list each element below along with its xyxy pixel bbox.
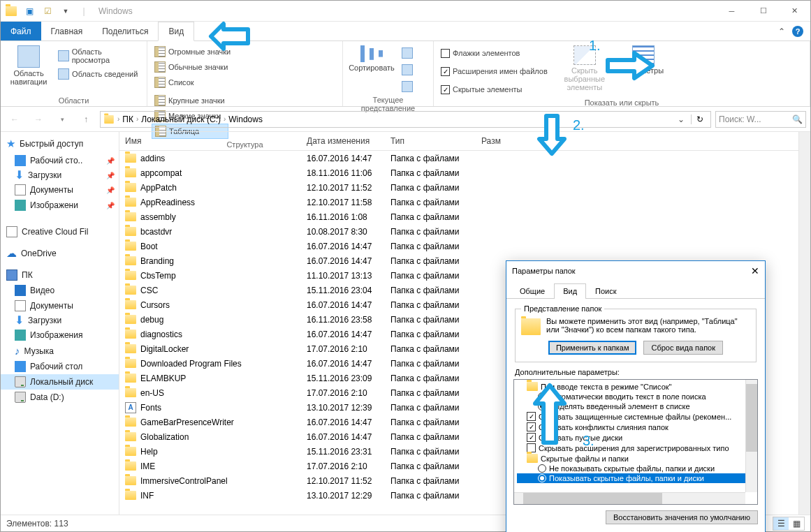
- sidebar-item-ddrive[interactable]: Data (D:): [1, 390, 119, 405]
- navigation-tree[interactable]: ★Быстрый доступ Рабочий сто..📌 ⬇Загрузки…: [1, 132, 119, 515]
- add-columns-button[interactable]: [399, 62, 416, 77]
- col-date[interactable]: Дата изменения: [301, 132, 385, 150]
- crumb[interactable]: Локальный диск (C:): [141, 114, 221, 124]
- sidebar-item-cdrive[interactable]: Локальный диск: [1, 374, 119, 390]
- navigation-pane-button[interactable]: Область навигации: [5, 44, 52, 87]
- file-row[interactable]: bcastdvr10.08.2017 8:30Папка с файлами: [119, 224, 798, 239]
- col-type[interactable]: Тип: [385, 132, 476, 150]
- maximize-button[interactable]: ☐: [747, 1, 779, 22]
- crumb[interactable]: ПК: [122, 114, 133, 124]
- address-dropdown-icon[interactable]: ⌄: [674, 114, 688, 124]
- sidebar-item-pc[interactable]: ПК: [1, 267, 119, 283]
- file-row[interactable]: AppReadiness12.10.2017 11:58Папка с файл…: [119, 195, 798, 209]
- sidebar-item-pictures2[interactable]: Изображения: [1, 327, 119, 343]
- sidebar-item-ccf[interactable]: Creative Cloud Fil: [1, 224, 119, 239]
- quick-access-header[interactable]: ★Быстрый доступ: [1, 135, 119, 153]
- recent-button[interactable]: ▾: [52, 110, 72, 129]
- tab-share[interactable]: Поделиться: [92, 22, 158, 40]
- app-icon[interactable]: [3, 3, 19, 19]
- extensions-toggle[interactable]: ✓Расширения имен файлов: [438, 64, 550, 79]
- advanced-settings-box[interactable]: При вводе текста в режиме "Список"Автома…: [513, 379, 758, 505]
- restore-defaults-button[interactable]: Восстановить значения по умолчанию: [606, 510, 758, 524]
- options-button[interactable]: Параметры: [619, 44, 668, 76]
- qat-dropdown-icon[interactable]: ▼: [58, 3, 73, 19]
- checkbox-icon[interactable]: ✓: [527, 412, 536, 421]
- sidebar-item-onedrive[interactable]: ☁OneDrive: [1, 245, 119, 262]
- apply-to-folders-button[interactable]: Применить к папкам: [548, 341, 637, 355]
- up-button[interactable]: ↑: [76, 110, 96, 129]
- qat-newfolder-icon[interactable]: ☑: [40, 3, 55, 19]
- refresh-button[interactable]: ↻: [691, 114, 708, 124]
- layout-list-button[interactable]: Список: [152, 75, 263, 90]
- thumbnails-view-icon[interactable]: ▦: [789, 517, 804, 530]
- hide-selected-button[interactable]: Скрыть выбранные элементы: [553, 44, 616, 93]
- sidebar-item-downloads[interactable]: ⬇Загрузки📌: [1, 168, 119, 182]
- forward-button[interactable]: →: [29, 110, 48, 129]
- dialog-titlebar[interactable]: Параметры папок ✕: [506, 261, 765, 281]
- file-row[interactable]: appcompat18.11.2016 11:06Папка с файлами: [119, 165, 798, 180]
- dialog-tab-general[interactable]: Общие: [511, 283, 554, 298]
- reset-folders-button[interactable]: Сброс вида папок: [643, 341, 723, 355]
- sidebar-item-pictures[interactable]: Изображени📌: [1, 198, 119, 213]
- back-button[interactable]: ←: [5, 110, 24, 129]
- adv-setting-row[interactable]: Скрытые файлы и папки: [517, 453, 754, 464]
- checkbox-icon[interactable]: ✓: [527, 422, 536, 431]
- group-by-button[interactable]: [399, 45, 416, 61]
- crumb[interactable]: Windows: [228, 114, 263, 124]
- file-row[interactable]: addins16.07.2016 14:47Папка с файлами: [119, 151, 798, 165]
- file-row[interactable]: Boot16.07.2016 14:47Папка с файлами: [119, 239, 798, 253]
- radio-icon[interactable]: [538, 392, 546, 401]
- close-button[interactable]: ✕: [779, 1, 810, 22]
- tab-home[interactable]: Главная: [41, 22, 93, 40]
- sort-button[interactable]: Сортировать: [347, 44, 396, 73]
- dialog-tab-search[interactable]: Поиск: [586, 283, 625, 298]
- col-size[interactable]: Разм: [476, 132, 532, 150]
- checkbox-icon[interactable]: ✓: [527, 433, 536, 442]
- sidebar-item-desktop2[interactable]: Рабочий стол: [1, 359, 119, 374]
- dialog-close-button[interactable]: ✕: [751, 265, 759, 276]
- minimize-button[interactable]: ─: [716, 1, 747, 22]
- sidebar-item-desktop[interactable]: Рабочий сто..📌: [1, 153, 119, 168]
- adv-setting-row[interactable]: Скрывать расширения для зарегистрированн…: [517, 443, 754, 453]
- hidden-toggle[interactable]: ✓Скрытые элементы: [438, 82, 550, 97]
- sidebar-item-documents[interactable]: Документы📌: [1, 182, 119, 198]
- file-row[interactable]: AppPatch12.10.2017 11:52Папка с файлами: [119, 180, 798, 195]
- radio-icon[interactable]: [538, 402, 546, 411]
- checkboxes-toggle[interactable]: Флажки элементов: [438, 45, 550, 61]
- adv-setting-row[interactable]: ✓Скрывать конфликты слияния папок: [517, 422, 754, 432]
- layout-large-button[interactable]: Крупные значки: [152, 93, 228, 108]
- sidebar-item-video[interactable]: Видео: [1, 283, 119, 298]
- adv-setting-row[interactable]: Показывать скрытые файлы, папки и диски: [517, 473, 754, 483]
- radio-icon[interactable]: [538, 474, 546, 482]
- dialog-tab-view[interactable]: Вид: [554, 283, 586, 299]
- layout-huge-button[interactable]: Огромные значки: [152, 44, 263, 59]
- layout-medium-button[interactable]: Обычные значки: [152, 59, 263, 75]
- ribbon-collapse-icon[interactable]: ⌃: [778, 27, 785, 36]
- column-headers[interactable]: Имя Дата изменения Тип Разм: [119, 132, 798, 151]
- sidebar-item-documents2[interactable]: Документы: [1, 298, 119, 313]
- help-icon[interactable]: ?: [792, 26, 803, 37]
- tab-view[interactable]: Вид: [158, 22, 194, 41]
- adv-hscrollbar[interactable]: [514, 492, 745, 504]
- tab-file[interactable]: Файл: [1, 22, 41, 40]
- breadcrumb[interactable]: › ПК› Локальный диск (C:)› Windows ⌄ ↻: [100, 111, 711, 128]
- details-view-icon[interactable]: ☰: [773, 517, 789, 530]
- col-name[interactable]: Имя: [119, 132, 301, 150]
- radio-icon[interactable]: [538, 464, 546, 473]
- adv-setting-row[interactable]: ✓Скрывать пустые диски: [517, 432, 754, 443]
- adv-setting-row[interactable]: ✓Скрывать защищенные системные файлы (ре…: [517, 411, 754, 422]
- adv-setting-row[interactable]: Автоматически вводить текст в поле поиск…: [517, 392, 754, 401]
- adv-setting-row[interactable]: При вводе текста в режиме "Список": [517, 381, 754, 392]
- search-input[interactable]: Поиск: W... 🔍: [715, 111, 806, 128]
- size-columns-button[interactable]: [399, 79, 416, 94]
- file-row[interactable]: assembly16.11.2016 1:08Папка с файлами: [119, 209, 798, 224]
- sidebar-item-music[interactable]: ♪Музыка: [1, 343, 119, 359]
- adv-setting-row[interactable]: Выделять введенный элемент в списке: [517, 401, 754, 411]
- sidebar-item-downloads2[interactable]: ⬇Загрузки: [1, 313, 119, 327]
- view-toggle[interactable]: ☰ ▦: [773, 517, 805, 531]
- details-pane-button[interactable]: Область сведений: [55, 66, 143, 82]
- adv-vscrollbar[interactable]: [745, 380, 757, 492]
- preview-pane-button[interactable]: Область просмотра: [55, 48, 143, 64]
- vertical-scrollbar[interactable]: [798, 132, 810, 515]
- qat-properties-icon[interactable]: ▣: [22, 3, 37, 19]
